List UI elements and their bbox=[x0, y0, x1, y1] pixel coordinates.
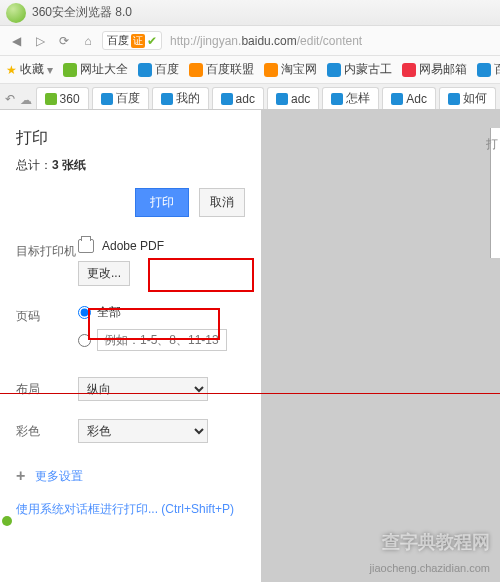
pages-range-input[interactable] bbox=[97, 329, 227, 351]
pages-label: 页码 bbox=[16, 304, 78, 325]
watermark-url: jiaocheng.chazidian.com bbox=[370, 562, 490, 574]
star-icon: ★ bbox=[6, 63, 17, 77]
pages-all-radio[interactable]: 全部 bbox=[78, 304, 245, 321]
undo-close-tab-button[interactable]: ↶ bbox=[4, 89, 16, 109]
print-heading: 打印 bbox=[16, 128, 245, 149]
system-dialog-link[interactable]: 使用系统对话框进行打印... (Ctrl+Shift+P) bbox=[16, 501, 245, 518]
print-preview-area: 打 bbox=[262, 110, 500, 582]
tab[interactable]: adc bbox=[212, 87, 264, 109]
cloud-icon[interactable]: ☁ bbox=[19, 91, 32, 109]
tab[interactable]: 怎样 bbox=[322, 87, 379, 109]
bookmark-item[interactable]: 百度联盟 bbox=[189, 61, 254, 78]
back-button[interactable]: ◀ bbox=[6, 31, 26, 51]
tab[interactable]: adc bbox=[267, 87, 319, 109]
check-icon: ✔ bbox=[147, 34, 157, 48]
color-select[interactable]: 彩色 bbox=[78, 419, 208, 443]
bookmark-item[interactable]: 内蒙古工 bbox=[327, 61, 392, 78]
printer-icon bbox=[78, 239, 94, 253]
favorites-button[interactable]: ★收藏▾ bbox=[6, 61, 53, 78]
tab-strip: ↶ ☁ 360 百度 我的 adc adc 怎样 Adc 如何 bbox=[0, 84, 500, 110]
print-button[interactable]: 打印 bbox=[135, 188, 189, 217]
pages-range-radio[interactable] bbox=[78, 329, 245, 351]
change-destination-button[interactable]: 更改... bbox=[78, 261, 130, 286]
tab[interactable]: 360 bbox=[36, 87, 89, 109]
bookmark-item[interactable]: 网址大全 bbox=[63, 61, 128, 78]
preview-page-edge: 打 bbox=[490, 128, 500, 258]
tab[interactable]: Adc bbox=[382, 87, 436, 109]
tab[interactable]: 我的 bbox=[152, 87, 209, 109]
bookmark-item[interactable]: 淘宝网 bbox=[264, 61, 317, 78]
tab[interactable]: 百度 bbox=[92, 87, 149, 109]
destination-value: Adobe PDF bbox=[78, 239, 245, 253]
user-avatar[interactable] bbox=[6, 3, 26, 23]
site-cert-badge[interactable]: 百度 证 ✔ bbox=[102, 31, 162, 50]
tab[interactable]: 如何 bbox=[439, 87, 496, 109]
reload-button[interactable]: ⟳ bbox=[54, 31, 74, 51]
status-indicator bbox=[2, 516, 12, 526]
print-panel: 打印 总计：3 张纸 打印 取消 目标打印机 Adobe PDF 更改... 页… bbox=[0, 110, 262, 582]
bookmark-item[interactable]: 百度经验 bbox=[477, 61, 500, 78]
address-bar[interactable]: http://jingyan.baidu.com/edit/content bbox=[170, 33, 362, 48]
bookmark-item[interactable]: 百度 bbox=[138, 61, 179, 78]
forward-button[interactable]: ▷ bbox=[30, 31, 50, 51]
print-total: 总计：3 张纸 bbox=[16, 157, 245, 174]
cancel-button[interactable]: 取消 bbox=[199, 188, 245, 217]
plus-icon: + bbox=[16, 467, 25, 485]
layout-select[interactable]: 纵向 bbox=[78, 377, 208, 401]
color-label: 彩色 bbox=[16, 419, 78, 440]
more-settings-toggle[interactable]: + 更多设置 bbox=[16, 467, 245, 485]
window-title: 360安全浏览器 8.0 bbox=[32, 4, 132, 21]
home-button[interactable]: ⌂ bbox=[78, 31, 98, 51]
bookmark-item[interactable]: 网易邮箱 bbox=[402, 61, 467, 78]
layout-label: 布局 bbox=[16, 377, 78, 398]
destination-label: 目标打印机 bbox=[16, 239, 78, 260]
bookmarks-bar: ★收藏▾ 网址大全 百度 百度联盟 淘宝网 内蒙古工 网易邮箱 百度经验 图书馆 bbox=[0, 56, 500, 84]
